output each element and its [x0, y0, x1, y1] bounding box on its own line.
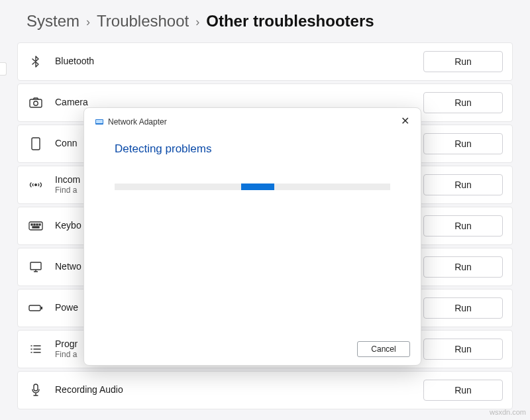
svg-rect-11 — [29, 305, 40, 311]
svg-rect-6 — [34, 224, 35, 225]
close-icon: ✕ — [401, 115, 409, 127]
svg-rect-0 — [30, 99, 42, 107]
close-button[interactable]: ✕ — [398, 115, 411, 128]
svg-rect-8 — [39, 224, 40, 225]
troubleshooter-row-recording-audio[interactable]: Recording Audio Run — [17, 371, 513, 409]
run-button[interactable]: Run — [423, 215, 503, 236]
svg-point-1 — [34, 101, 38, 105]
dialog-heading: Detecting problems — [115, 142, 390, 156]
breadcrumb-system[interactable]: System — [26, 12, 80, 30]
chevron-right-icon: › — [195, 15, 199, 29]
svg-rect-12 — [41, 307, 42, 309]
phone-icon — [27, 137, 44, 150]
watermark: wsxdn.com — [490, 408, 526, 416]
microphone-icon — [27, 384, 44, 397]
svg-rect-4 — [29, 222, 42, 230]
svg-rect-5 — [31, 224, 32, 225]
row-label: Recording Audio — [55, 384, 413, 396]
run-button[interactable]: Run — [423, 339, 503, 360]
breadcrumb-troubleshoot[interactable]: Troubleshoot — [97, 12, 189, 30]
cutoff-element — [0, 62, 7, 76]
chevron-right-icon: › — [86, 15, 90, 29]
run-button[interactable]: Run — [423, 256, 503, 278]
dialog-title-bar: Network Adapter — [84, 108, 421, 127]
breadcrumb: System › Troubleshoot › Other troublesho… — [17, 12, 513, 30]
breadcrumb-current: Other troubleshooters — [206, 12, 374, 30]
svg-rect-10 — [30, 262, 41, 270]
progress-bar — [115, 184, 390, 190]
run-button[interactable]: Run — [423, 133, 503, 154]
troubleshooter-dialog: ✕ Network Adapter Detecting problems Can… — [83, 107, 421, 366]
svg-rect-2 — [32, 138, 40, 150]
svg-rect-13 — [34, 384, 38, 391]
troubleshooter-icon — [95, 117, 104, 127]
troubleshooter-row-bluetooth[interactable]: Bluetooth Run — [17, 42, 513, 81]
row-labels: Bluetooth — [55, 56, 413, 68]
list-icon — [27, 344, 44, 354]
svg-rect-7 — [36, 224, 38, 225]
progress-indicator — [241, 184, 274, 190]
run-button[interactable]: Run — [423, 297, 503, 319]
svg-point-3 — [35, 184, 37, 186]
cancel-button[interactable]: Cancel — [357, 341, 410, 357]
bluetooth-icon — [27, 55, 44, 68]
monitor-icon — [27, 261, 44, 273]
run-button[interactable]: Run — [423, 92, 503, 113]
row-labels: Recording Audio — [55, 384, 413, 396]
svg-rect-15 — [96, 120, 103, 123]
keyboard-icon — [27, 221, 44, 231]
run-button[interactable]: Run — [423, 174, 503, 195]
battery-icon — [27, 304, 44, 312]
run-button[interactable]: Run — [423, 380, 503, 401]
row-label: Bluetooth — [55, 56, 413, 68]
run-button[interactable]: Run — [423, 51, 503, 72]
signal-icon — [27, 180, 44, 190]
dialog-footer: Cancel — [84, 333, 421, 365]
dialog-title: Network Adapter — [108, 117, 167, 127]
svg-rect-9 — [32, 227, 39, 228]
dialog-body: Detecting problems — [84, 127, 421, 333]
camera-icon — [27, 97, 44, 108]
